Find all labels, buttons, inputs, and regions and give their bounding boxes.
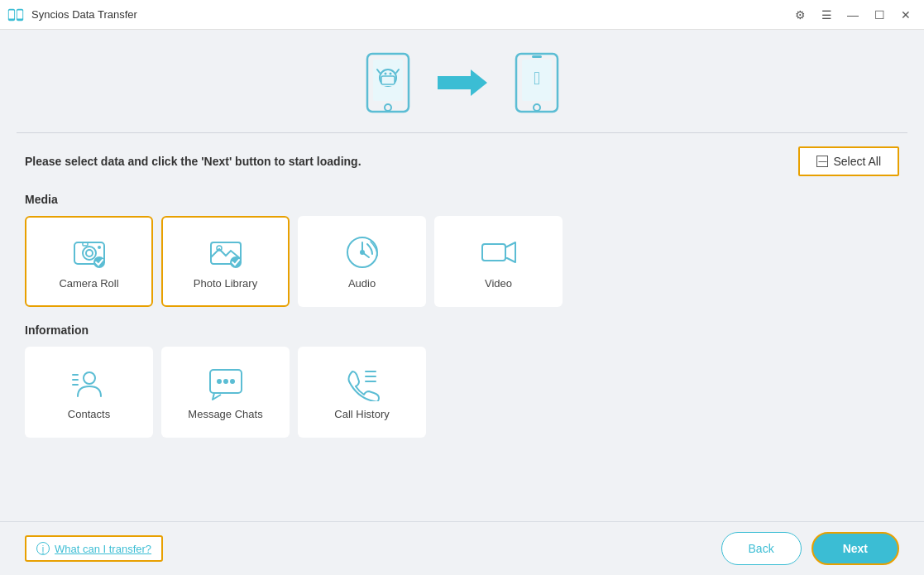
- svg-point-24: [98, 246, 101, 249]
- audio-icon: [344, 234, 381, 271]
- transfer-header: : [0, 30, 924, 132]
- info-icon: i: [36, 542, 50, 555]
- svg-marker-14: [438, 69, 487, 96]
- select-all-row: Please select data and click the 'Next' …: [25, 146, 899, 176]
- back-button[interactable]: Back: [721, 532, 802, 565]
- svg-marker-32: [505, 242, 515, 262]
- bottom-buttons: Back Next: [721, 532, 899, 565]
- close-button[interactable]: ✕: [894, 3, 917, 26]
- video-icon: [481, 234, 517, 271]
- svg-rect-23: [83, 242, 88, 246]
- svg-point-39: [223, 379, 228, 384]
- app-logo: [7, 6, 25, 24]
- svg-point-30: [360, 250, 365, 255]
- audio-item[interactable]: Audio: [298, 216, 426, 307]
- media-items-grid: Camera Roll Photo Library: [25, 216, 899, 307]
- video-label: Video: [485, 277, 512, 290]
- arrow-right-icon: [438, 68, 487, 98]
- target-device: : [512, 50, 562, 116]
- transfer-arrow: [438, 68, 487, 98]
- window-controls: ⚙ ☰ — ☐ ✕: [788, 3, 917, 26]
- svg-point-11: [384, 73, 386, 75]
- camera-roll-item[interactable]: Camera Roll: [25, 216, 153, 307]
- call-history-item[interactable]: Call History: [298, 347, 426, 438]
- menu-button[interactable]: ☰: [815, 3, 838, 26]
- settings-button[interactable]: ⚙: [788, 3, 811, 26]
- android-device-icon: [363, 50, 413, 116]
- photo-library-label: Photo Library: [194, 277, 257, 290]
- svg-rect-1: [9, 10, 14, 18]
- svg-rect-19: [532, 55, 542, 58]
- svg-point-12: [389, 73, 391, 75]
- information-section-label: Information: [25, 323, 899, 337]
- select-all-label: Select All: [833, 155, 881, 168]
- photo-library-icon: [208, 234, 244, 271]
- svg-rect-31: [482, 244, 505, 261]
- photo-library-item[interactable]: Photo Library: [161, 216, 290, 307]
- camera-roll-icon: [71, 234, 108, 271]
- minimize-button[interactable]: —: [841, 3, 864, 26]
- call-history-label: Call History: [334, 408, 389, 420]
- video-item[interactable]: Video: [434, 216, 563, 307]
- app-title: Syncios Data Transfer: [31, 8, 137, 21]
- maximize-button[interactable]: ☐: [868, 3, 891, 26]
- svg-point-18: [534, 104, 540, 111]
- svg-point-38: [217, 379, 222, 384]
- message-chats-icon: [208, 365, 244, 401]
- content-area: Please select data and click the 'Next' …: [0, 133, 924, 521]
- svg-point-40: [230, 379, 235, 384]
- info-items-grid: Contacts Message Chats: [25, 347, 899, 438]
- next-button[interactable]: Next: [811, 532, 899, 565]
- titlebar-left: Syncios Data Transfer: [7, 6, 137, 24]
- message-chats-item[interactable]: Message Chats: [161, 347, 290, 438]
- contacts-label: Contacts: [68, 408, 110, 420]
- ios-device-icon: : [512, 50, 562, 116]
- contacts-item[interactable]: Contacts: [25, 347, 153, 438]
- message-chats-label: Message Chats: [188, 408, 262, 420]
- help-link[interactable]: i What can I transfer?: [25, 535, 163, 562]
- select-all-icon: —: [816, 156, 828, 167]
- audio-label: Audio: [348, 277, 376, 290]
- help-link-text: What can I transfer?: [55, 543, 151, 555]
- titlebar: Syncios Data Transfer ⚙ ☰ — ☐ ✕: [0, 0, 924, 30]
- media-section-label: Media: [25, 193, 899, 206]
- svg-point-13: [385, 104, 391, 111]
- call-history-icon: [344, 365, 381, 401]
- svg-rect-3: [17, 10, 22, 18]
- svg-point-33: [84, 372, 95, 384]
- contacts-icon: [71, 365, 108, 401]
- source-device: [363, 50, 413, 116]
- select-all-button[interactable]: — Select All: [798, 146, 899, 176]
- bottom-bar: i What can I transfer? Back Next: [0, 521, 924, 575]
- svg-text:: : [533, 68, 539, 89]
- svg-point-21: [83, 247, 96, 260]
- svg-point-22: [86, 250, 93, 256]
- main-content:  Please select data and click the 'Next…: [0, 30, 924, 575]
- instruction-text: Please select data and click the 'Next' …: [25, 155, 361, 168]
- camera-roll-label: Camera Roll: [59, 277, 118, 290]
